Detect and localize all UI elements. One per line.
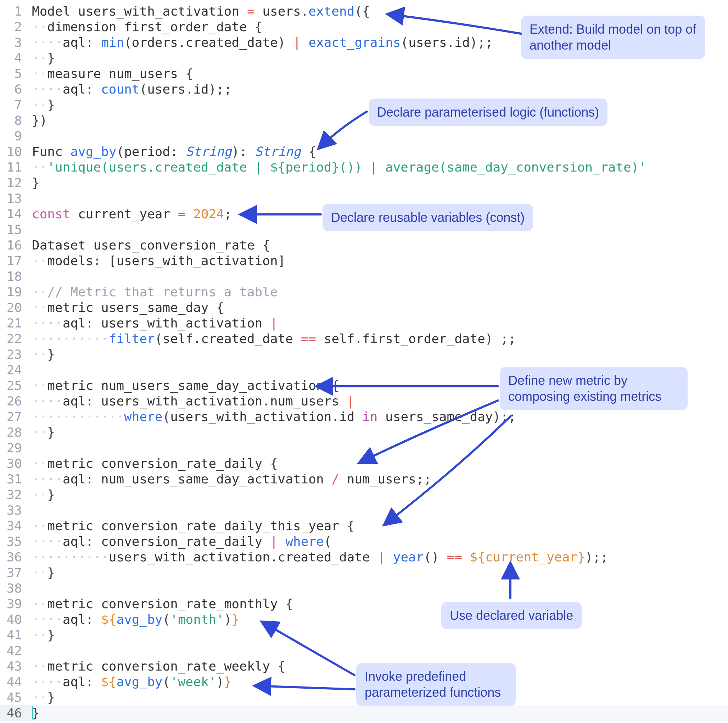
code-line[interactable]: 6····aql: count(users.id);; xyxy=(0,81,728,97)
code-content[interactable]: ····aql: count(users.id);; xyxy=(32,81,728,97)
code-line[interactable]: 30··metric conversion_rate_daily { xyxy=(0,456,728,471)
code-content[interactable]: ··········filter(self.created_date == se… xyxy=(32,331,728,347)
code-content[interactable]: ··measure num_users { xyxy=(32,66,728,81)
line-number: 16 xyxy=(0,237,32,253)
code-line[interactable]: 37··} xyxy=(0,565,728,581)
code-line[interactable]: 16Dataset users_conversion_rate { xyxy=(0,237,728,253)
code-line[interactable]: 19··// Metric that returns a table xyxy=(0,284,728,300)
code-line[interactable]: 40····aql: ${avg_by('month')} xyxy=(0,612,728,627)
code-line[interactable]: 21····aql: users_with_activation | xyxy=(0,315,728,331)
code-line[interactable]: 27············where(users_with_activatio… xyxy=(0,409,728,425)
code-content[interactable]: ··metric conversion_rate_daily_this_year… xyxy=(32,518,728,534)
line-number: 13 xyxy=(0,191,32,206)
code-line[interactable]: 5··measure num_users { xyxy=(0,66,728,81)
code-content[interactable]: ··} xyxy=(32,565,728,581)
line-number: 1 xyxy=(0,3,32,19)
line-number: 40 xyxy=(0,612,32,627)
code-line[interactable]: 7··} xyxy=(0,97,728,113)
code-editor[interactable]: 1Model users_with_activation = users.ext… xyxy=(0,3,728,721)
code-line[interactable]: 10Func avg_by(period: String): String { xyxy=(0,144,728,159)
line-number: 26 xyxy=(0,393,32,409)
code-line[interactable]: 41··} xyxy=(0,627,728,643)
code-content[interactable]: ··} xyxy=(32,627,728,643)
code-content[interactable]: ··metric users_same_day { xyxy=(32,300,728,315)
line-number: 46 xyxy=(0,705,32,721)
line-number: 33 xyxy=(0,503,32,518)
line-number: 11 xyxy=(0,159,32,175)
line-number: 3 xyxy=(0,35,32,50)
line-number: 28 xyxy=(0,425,32,440)
line-number: 14 xyxy=(0,206,32,222)
code-line[interactable]: 31····aql: num_users_same_day_activation… xyxy=(0,471,728,487)
line-number: 30 xyxy=(0,456,32,471)
line-number: 34 xyxy=(0,518,32,534)
code-content[interactable]: ··} xyxy=(32,487,728,503)
line-number: 45 xyxy=(0,690,32,705)
callout-funcs: Declare parameterised logic (functions) xyxy=(369,99,607,126)
code-line[interactable]: 8}) xyxy=(0,113,728,128)
callout-const: Declare reusable variables (const) xyxy=(323,204,533,231)
code-line[interactable]: 23··} xyxy=(0,347,728,362)
line-number: 6 xyxy=(0,81,32,97)
line-number: 25 xyxy=(0,378,32,393)
code-line[interactable]: 42 xyxy=(0,643,728,659)
line-number: 36 xyxy=(0,549,32,565)
code-content[interactable]: ····aql: ${avg_by('month')} xyxy=(32,612,728,627)
line-number: 7 xyxy=(0,97,32,113)
line-number: 2 xyxy=(0,19,32,35)
callout-usevar: Use declared variable xyxy=(441,602,582,629)
code-line[interactable]: 39··metric conversion_rate_monthly { xyxy=(0,596,728,612)
code-content[interactable]: ··'unique(users.created_date | ${period}… xyxy=(32,159,728,175)
code-content[interactable]: Func avg_by(period: String): String { xyxy=(32,144,728,159)
line-number: 23 xyxy=(0,347,32,362)
code-line[interactable]: 17··models: [users_with_activation] xyxy=(0,253,728,269)
code-content[interactable]: ··metric conversion_rate_monthly { xyxy=(32,596,728,612)
line-number: 39 xyxy=(0,596,32,612)
code-content[interactable]: ····aql: users_with_activation | xyxy=(32,315,728,331)
code-content[interactable]: ··} xyxy=(32,347,728,362)
line-number: 12 xyxy=(0,175,32,191)
code-content[interactable]: } xyxy=(32,175,728,191)
line-number: 43 xyxy=(0,659,32,674)
code-content[interactable]: ··metric conversion_rate_daily { xyxy=(32,456,728,471)
line-number: 18 xyxy=(0,269,32,284)
callout-extend: Extend: Build model on top of another mo… xyxy=(521,15,705,59)
code-line[interactable]: 12} xyxy=(0,175,728,191)
code-line[interactable]: 46} xyxy=(0,705,728,721)
code-line[interactable]: 18 xyxy=(0,269,728,284)
code-line[interactable]: 32··} xyxy=(0,487,728,503)
code-line[interactable]: 28··} xyxy=(0,425,728,440)
line-number: 4 xyxy=(0,50,32,66)
code-content[interactable]: ··// Metric that returns a table xyxy=(32,284,728,300)
code-content[interactable]: ····aql: conversion_rate_daily | where( xyxy=(32,534,728,549)
line-number: 24 xyxy=(0,362,32,378)
code-content[interactable]: ··models: [users_with_activation] xyxy=(32,253,728,269)
callout-compose: Define new metric by composing existing … xyxy=(500,367,688,410)
code-line[interactable]: 38 xyxy=(0,581,728,596)
code-line[interactable]: 11··'unique(users.created_date | ${perio… xyxy=(0,159,728,175)
code-line[interactable]: 35····aql: conversion_rate_daily | where… xyxy=(0,534,728,549)
line-number: 29 xyxy=(0,440,32,456)
line-number: 42 xyxy=(0,643,32,659)
line-number: 27 xyxy=(0,409,32,425)
line-number: 10 xyxy=(0,144,32,159)
line-number: 41 xyxy=(0,627,32,643)
code-content[interactable]: Dataset users_conversion_rate { xyxy=(32,237,728,253)
line-number: 37 xyxy=(0,565,32,581)
line-number: 8 xyxy=(0,113,32,128)
code-line[interactable]: 34··metric conversion_rate_daily_this_ye… xyxy=(0,518,728,534)
code-line[interactable]: 20··metric users_same_day { xyxy=(0,300,728,315)
code-content[interactable]: ····aql: num_users_same_day_activation /… xyxy=(32,471,728,487)
code-content[interactable]: ··········users_with_activation.created_… xyxy=(32,549,728,565)
line-number: 35 xyxy=(0,534,32,549)
code-line[interactable]: 9 xyxy=(0,128,728,144)
code-content[interactable]: } xyxy=(32,705,728,721)
line-number: 22 xyxy=(0,331,32,347)
code-content[interactable]: ············where(users_with_activation.… xyxy=(32,409,728,425)
code-line[interactable]: 29 xyxy=(0,440,728,456)
code-line[interactable]: 36··········users_with_activation.create… xyxy=(0,549,728,565)
code-line[interactable]: 33 xyxy=(0,503,728,518)
code-content[interactable]: ··} xyxy=(32,425,728,440)
code-line[interactable]: 22··········filter(self.created_date == … xyxy=(0,331,728,347)
line-number: 5 xyxy=(0,66,32,81)
